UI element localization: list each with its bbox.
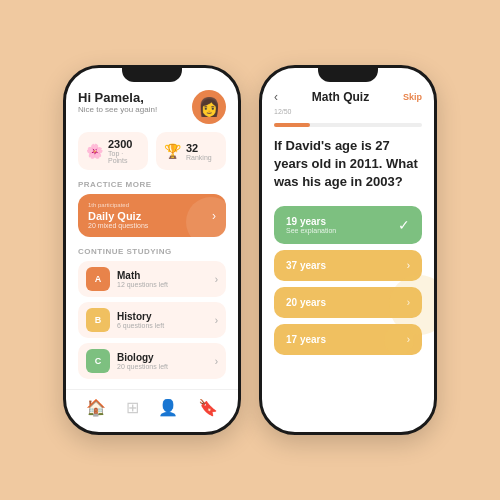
answer-1-sub: See explanation — [286, 227, 336, 234]
history-icon: B — [86, 308, 110, 332]
phones-container: Hi Pamela, Nice to see you again! 👩 🌸 23… — [63, 65, 437, 435]
ranking-value: 32 — [186, 142, 212, 154]
answer-1-text: 19 years — [286, 216, 336, 227]
bottom-nav: 🏠 ⊞ 👤 🔖 — [66, 389, 238, 421]
math-questions: 12 questions left — [117, 281, 168, 288]
greeting-section: Hi Pamela, Nice to see you again! 👩 — [78, 90, 226, 124]
answer-1[interactable]: 19 years See explanation ✓ — [274, 206, 422, 244]
daily-quiz-card[interactable]: 1th participated Daily Quiz 20 mixed que… — [78, 194, 226, 237]
math-name: Math — [117, 270, 168, 281]
answer-2-text: 37 years — [286, 260, 326, 271]
biology-questions: 20 questions left — [117, 363, 168, 370]
notch-right — [318, 68, 378, 82]
participated-text: 1th participated — [88, 202, 148, 208]
stat-points: 🌸 2300 Top · Points — [78, 132, 148, 170]
phone-right: ‹ Math Quiz Skip 12/50 If David's age is… — [259, 65, 437, 435]
biology-arrow: › — [215, 356, 218, 367]
history-arrow: › — [215, 315, 218, 326]
progress-fill — [274, 123, 310, 127]
progress-bar — [274, 123, 422, 127]
quiz-title: Math Quiz — [312, 90, 369, 104]
nav-bookmark[interactable]: 🔖 — [198, 398, 218, 417]
biology-icon: C — [86, 349, 110, 373]
answer-2-arrow: › — [407, 260, 410, 271]
progress-label: 12/50 — [274, 108, 422, 115]
subject-math[interactable]: A Math 12 questions left › — [78, 261, 226, 297]
history-questions: 6 questions left — [117, 322, 164, 329]
points-icon: 🌸 — [86, 143, 103, 159]
greeting-text: Hi Pamela, Nice to see you again! — [78, 90, 157, 114]
greeting-hi: Hi Pamela, — [78, 90, 157, 105]
answer-1-check: ✓ — [398, 217, 410, 233]
stats-row: 🌸 2300 Top · Points 🏆 32 Ranking — [78, 132, 226, 170]
continue-label: CONTINUE STUDYING — [78, 247, 226, 256]
subject-list: A Math 12 questions left › B History 6 q… — [78, 261, 226, 379]
question-text: If David's age is 27 years old in 2011. … — [274, 137, 422, 192]
history-name: History — [117, 311, 164, 322]
back-button[interactable]: ‹ — [274, 90, 278, 104]
subject-history[interactable]: B History 6 questions left › — [78, 302, 226, 338]
answer-3-text: 20 years — [286, 297, 326, 308]
points-value: 2300 — [108, 138, 140, 150]
daily-quiz-sub: 20 mixed questions — [88, 222, 148, 229]
avatar: 👩 — [192, 90, 226, 124]
nav-home[interactable]: 🏠 — [86, 398, 106, 417]
subject-biology[interactable]: C Biology 20 questions left › — [78, 343, 226, 379]
nav-grid[interactable]: ⊞ — [126, 398, 139, 417]
daily-quiz-title: Daily Quiz — [88, 210, 148, 222]
skip-button[interactable]: Skip — [403, 92, 422, 102]
practice-label: PRACTICE MORE — [78, 180, 226, 189]
ranking-label: Ranking — [186, 154, 212, 161]
greeting-subtitle: Nice to see you again! — [78, 105, 157, 114]
answer-4-text: 17 years — [286, 334, 326, 345]
ranking-icon: 🏆 — [164, 143, 181, 159]
biology-name: Biology — [117, 352, 168, 363]
notch-left — [122, 68, 182, 82]
daily-quiz-arrow: › — [212, 209, 216, 223]
answer-2[interactable]: 37 years › — [274, 250, 422, 281]
quiz-header: ‹ Math Quiz Skip — [274, 90, 422, 104]
nav-profile[interactable]: 👤 — [158, 398, 178, 417]
points-label: Top · Points — [108, 150, 140, 164]
math-icon: A — [86, 267, 110, 291]
stat-ranking: 🏆 32 Ranking — [156, 132, 226, 170]
deco-circle-2 — [384, 325, 414, 355]
math-arrow: › — [215, 274, 218, 285]
phone-left: Hi Pamela, Nice to see you again! 👩 🌸 23… — [63, 65, 241, 435]
